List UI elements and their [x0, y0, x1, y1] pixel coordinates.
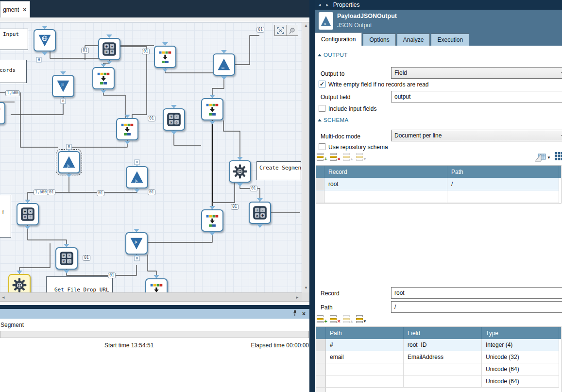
- input-port-icon[interactable]: [209, 95, 215, 98]
- record-input[interactable]: root: [391, 287, 562, 299]
- output-port-icon[interactable]: [209, 121, 215, 124]
- json-input-node[interactable]: js: [52, 75, 74, 97]
- pin-icon[interactable]: [292, 310, 297, 318]
- table-cell[interactable]: [447, 190, 559, 203]
- canvas-horizontal-scrollbar[interactable]: ◄ ►: [0, 292, 302, 301]
- auto-map-icon[interactable]: ▼: [534, 153, 551, 162]
- calc-node[interactable]: +-×÷: [98, 38, 120, 60]
- table-cell[interactable]: [404, 375, 482, 388]
- map-node[interactable]: [201, 98, 223, 120]
- input-port-icon[interactable]: [221, 50, 227, 53]
- map-node[interactable]: [201, 209, 223, 232]
- table-cell[interactable]: [326, 363, 404, 375]
- document-tab-segment[interactable]: gment ×: [0, 1, 30, 17]
- row-menu-icon[interactable]: ▼: [356, 315, 367, 324]
- add-row-icon[interactable]: +: [317, 153, 327, 162]
- row-selector[interactable]: [316, 375, 326, 388]
- table-cell[interactable]: email: [326, 351, 404, 363]
- table-cell[interactable]: Integer (4): [482, 339, 559, 351]
- table-cell[interactable]: [324, 190, 447, 203]
- json-output-node[interactable]: js: [126, 166, 148, 188]
- column-header-path[interactable]: Path: [326, 327, 404, 339]
- input-port-icon[interactable]: [60, 71, 66, 75]
- table-cell[interactable]: root_ID: [404, 339, 482, 351]
- column-header-path[interactable]: Path: [447, 166, 559, 178]
- nav-forward-icon[interactable]: ►: [325, 3, 330, 7]
- map-node[interactable]: [92, 67, 115, 89]
- output-port-icon[interactable]: [221, 76, 227, 80]
- output-port-icon[interactable]: [134, 189, 140, 192]
- output-port-icon[interactable]: [124, 141, 130, 144]
- fit-to-screen-button[interactable]: [275, 25, 287, 35]
- web-input-node[interactable]: [34, 29, 56, 51]
- output-port-icon[interactable]: [66, 174, 72, 177]
- close-panel-icon[interactable]: ×: [302, 310, 306, 317]
- table-row[interactable]: emailEmailAddressUnicode (32): [316, 351, 561, 363]
- grid-view-icon[interactable]: [555, 152, 562, 162]
- output-field-input[interactable]: output: [391, 91, 562, 102]
- table-cell[interactable]: Unicode (64): [482, 363, 559, 375]
- annotation-box[interactable]: Input: [0, 29, 28, 50]
- input-port-icon[interactable]: [257, 198, 263, 202]
- canvas-vertical-scrollbar[interactable]: ▲ ▼: [302, 22, 309, 292]
- output-section-header[interactable]: OUTPUT: [318, 52, 348, 58]
- gear-node[interactable]: [8, 274, 31, 292]
- input-port-icon[interactable]: [106, 34, 112, 38]
- table-row[interactable]: root/: [316, 178, 561, 190]
- multidoc-dropdown[interactable]: Document per line: [391, 130, 562, 141]
- zoom-button[interactable]: [287, 25, 298, 35]
- flow-canvas[interactable]: +-×÷txtjs+-×÷jsjs+-×÷+-×÷js+-×÷Inputcord…: [0, 22, 309, 305]
- input-port-icon[interactable]: [237, 157, 243, 160]
- output-port-icon[interactable]: [42, 52, 48, 55]
- move-up-icon[interactable]: ▲: [343, 315, 354, 324]
- table-row[interactable]: #root_IDInteger (4): [316, 339, 561, 351]
- input-port-icon[interactable]: [124, 115, 130, 118]
- input-port-icon[interactable]: [101, 64, 106, 67]
- calc-node[interactable]: +-×÷: [17, 203, 39, 225]
- write-empty-checkbox[interactable]: ✓: [319, 81, 325, 87]
- row-selector[interactable]: [316, 178, 324, 190]
- map-node[interactable]: [116, 118, 138, 140]
- input-port-icon[interactable]: [162, 42, 168, 46]
- column-header-field[interactable]: Field: [404, 327, 482, 339]
- table-cell[interactable]: Unicode (32): [482, 351, 559, 363]
- json-output-node[interactable]: js: [58, 151, 80, 173]
- output-port-icon[interactable]: [106, 61, 112, 64]
- include-input-checkbox[interactable]: [319, 105, 325, 112]
- input-port-icon[interactable]: [17, 271, 22, 274]
- row-selector[interactable]: [316, 363, 326, 375]
- tab-execution[interactable]: Execution: [431, 34, 469, 46]
- table-cell[interactable]: [404, 363, 482, 375]
- calc-node[interactable]: +-×÷: [55, 247, 78, 270]
- schema-section-header[interactable]: SCHEMA: [318, 117, 349, 123]
- input-port-icon[interactable]: [171, 105, 177, 108]
- table-cell[interactable]: root: [324, 178, 447, 190]
- annotation-box[interactable]: Create Segment: [256, 161, 301, 180]
- input-port-icon[interactable]: [42, 26, 48, 29]
- path-input[interactable]: /: [391, 301, 562, 313]
- scroll-down-icon[interactable]: ▼: [302, 286, 310, 290]
- calc-node[interactable]: +-×÷: [163, 108, 185, 131]
- vertical-splitter[interactable]: [309, 0, 315, 392]
- annotation-box[interactable]: Get File Drop URL: [46, 276, 113, 292]
- table-cell[interactable]: [326, 375, 404, 388]
- add-row-icon[interactable]: +: [317, 315, 327, 324]
- tab-options[interactable]: Options: [363, 34, 395, 46]
- row-selector[interactable]: [316, 351, 326, 363]
- move-up-icon[interactable]: ▲: [343, 153, 354, 162]
- row-selector[interactable]: [316, 190, 324, 203]
- output-port-icon[interactable]: [171, 131, 177, 135]
- table-cell[interactable]: #: [326, 339, 404, 351]
- column-header-record[interactable]: Record: [324, 166, 447, 178]
- output-port-icon[interactable]: [25, 226, 31, 229]
- row-menu-icon[interactable]: ▼: [356, 153, 367, 162]
- map-node[interactable]: [154, 46, 176, 68]
- gear-node[interactable]: [229, 160, 251, 183]
- map-node[interactable]: [0, 102, 5, 124]
- table-row[interactable]: [316, 190, 561, 203]
- table-row[interactable]: Unicode (64): [316, 375, 561, 388]
- table-row[interactable]: Unicode (64): [316, 363, 561, 375]
- diagram-surface[interactable]: +-×÷txtjs+-×÷jsjs+-×÷+-×÷js+-×÷Inputcord…: [0, 22, 302, 292]
- tab-configuration[interactable]: Configuration: [315, 33, 362, 46]
- column-header-type[interactable]: Type: [482, 327, 559, 339]
